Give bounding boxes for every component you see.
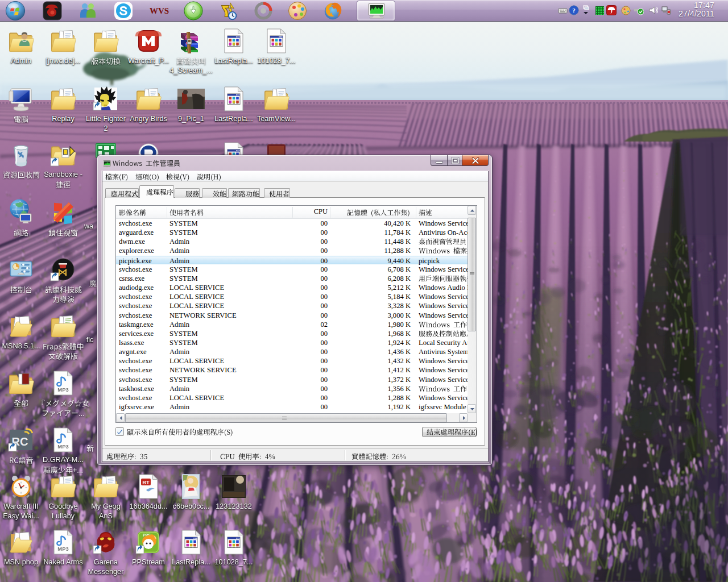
- svg-text:BT: BT: [142, 479, 150, 485]
- svg-text:MP3: MP3: [57, 546, 69, 552]
- svg-text:?: ?: [572, 7, 576, 14]
- svg-text:MP3: MP3: [57, 386, 69, 393]
- svg-text:MP3: MP3: [57, 443, 69, 450]
- svg-text:WVS: WVS: [150, 7, 169, 15]
